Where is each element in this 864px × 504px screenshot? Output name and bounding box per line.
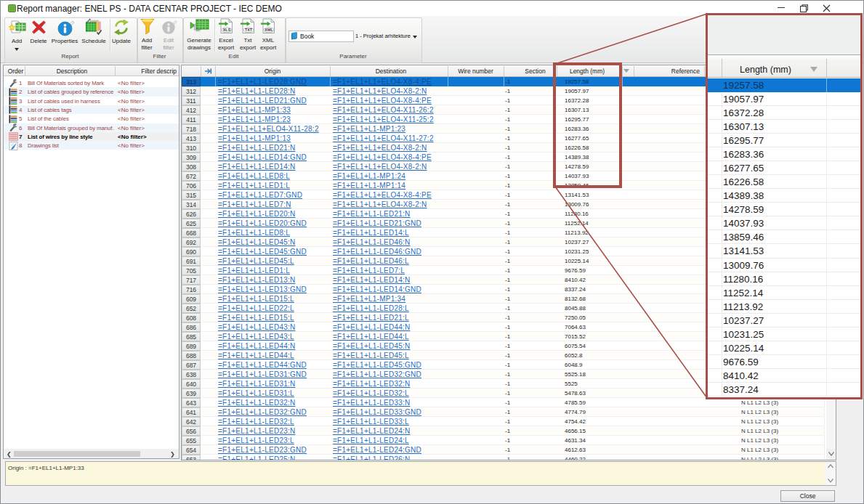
svg-text:XLS: XLS	[223, 28, 231, 32]
svg-text:XML: XML	[265, 28, 273, 32]
svg-text:TXT: TXT	[245, 28, 253, 32]
